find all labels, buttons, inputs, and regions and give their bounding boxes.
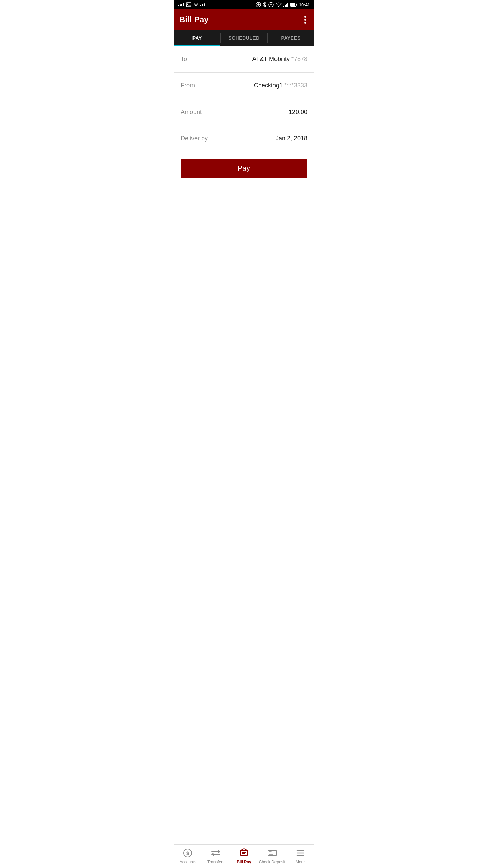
- network-dots-icon: [200, 3, 205, 6]
- wifi-icon: [276, 2, 282, 7]
- battery-icon: [290, 3, 297, 7]
- deliver-by-row[interactable]: Deliver by Jan 2, 2018: [174, 125, 314, 152]
- overflow-menu-button[interactable]: [302, 13, 309, 26]
- svg-rect-8: [286, 4, 287, 7]
- svg-rect-9: [287, 3, 288, 7]
- svg-rect-7: [285, 5, 286, 7]
- bluetooth-icon: [263, 2, 267, 7]
- svg-point-5: [278, 6, 279, 7]
- svg-rect-11: [296, 4, 297, 6]
- minus-circle-icon: [268, 2, 274, 7]
- app-header: Bill Pay: [174, 9, 314, 30]
- pay-button-container: Pay: [174, 152, 314, 184]
- signal-strength-icon: [178, 3, 184, 6]
- amount-label: Amount: [181, 108, 202, 116]
- tab-pay[interactable]: PAY: [174, 30, 220, 46]
- signal-bars-icon: [283, 2, 289, 7]
- svg-rect-0: [186, 3, 191, 7]
- to-value: AT&T Mobility *7878: [252, 56, 307, 63]
- status-bar: 10:41: [174, 0, 314, 9]
- time-display: 10:41: [299, 2, 310, 7]
- add-circle-icon: [256, 2, 261, 7]
- from-label: From: [181, 82, 195, 89]
- status-left: [178, 2, 205, 7]
- pay-button[interactable]: Pay: [181, 159, 307, 178]
- svg-rect-12: [291, 3, 295, 6]
- tab-bar: PAY SCHEDULED PAYEES: [174, 30, 314, 46]
- to-label: To: [181, 56, 187, 63]
- svg-point-2: [195, 4, 197, 6]
- amount-value: 120.00: [289, 108, 307, 116]
- from-value: Checking1 ****3333: [254, 82, 307, 89]
- svg-rect-6: [283, 6, 284, 7]
- settings-icon: [194, 2, 198, 7]
- deliver-by-label: Deliver by: [181, 135, 208, 142]
- from-row[interactable]: From Checking1 ****3333: [174, 73, 314, 99]
- status-right: 10:41: [256, 2, 310, 7]
- to-row[interactable]: To AT&T Mobility *7878: [174, 46, 314, 73]
- amount-row[interactable]: Amount 120.00: [174, 99, 314, 125]
- app-title: Bill Pay: [179, 15, 209, 24]
- tab-scheduled[interactable]: SCHEDULED: [221, 30, 267, 46]
- main-content: To AT&T Mobility *7878 From Checking1 **…: [174, 46, 314, 229]
- image-icon: [186, 2, 191, 7]
- deliver-by-value: Jan 2, 2018: [276, 135, 307, 142]
- tab-payees[interactable]: PAYEES: [268, 30, 314, 46]
- form-content: To AT&T Mobility *7878 From Checking1 **…: [174, 46, 314, 184]
